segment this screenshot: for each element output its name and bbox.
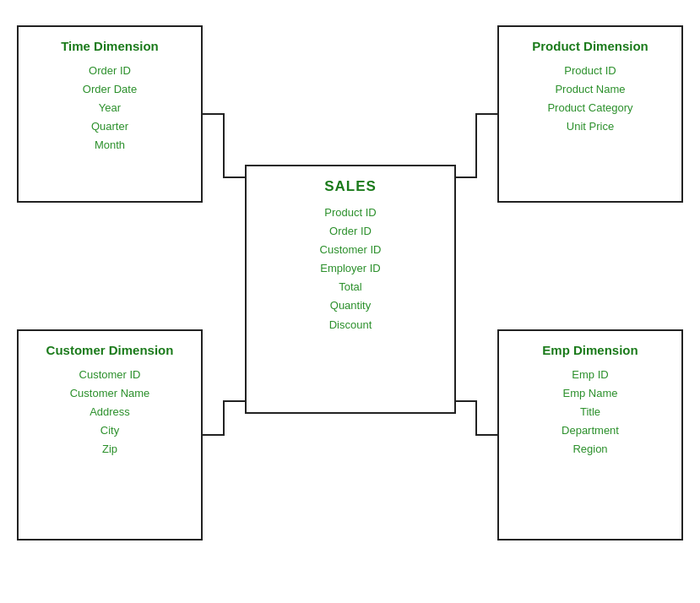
customer-dimension-fields: Customer ID Customer Name Address City Z… <box>19 366 201 470</box>
sales-fields: Product ID Order ID Customer ID Employer… <box>247 204 454 346</box>
diagram-container: Time Dimension Order ID Order Date Year … <box>0 0 700 603</box>
sales-field-quantity: Quantity <box>247 296 454 315</box>
emp-field-title: Title <box>499 403 681 421</box>
time-field-month: Month <box>19 136 201 155</box>
product-dimension-box: Product Dimension Product ID Product Nam… <box>497 25 683 203</box>
product-field-product-name: Product Name <box>499 80 681 99</box>
sales-box: SALES Product ID Order ID Customer ID Em… <box>245 165 456 414</box>
sales-field-total: Total <box>247 278 454 296</box>
emp-dimension-title: Emp Dimension <box>499 343 681 357</box>
customer-field-customer-name: Customer Name <box>19 384 201 403</box>
product-field-product-category: Product Category <box>499 99 681 117</box>
sales-field-employer-id: Employer ID <box>247 259 454 278</box>
sales-field-discount: Discount <box>247 316 454 334</box>
product-field-unit-price: Unit Price <box>499 117 681 136</box>
emp-to-sales-line <box>456 401 497 435</box>
time-to-sales-line <box>203 114 245 177</box>
time-field-year: Year <box>19 99 201 117</box>
sales-field-customer-id: Customer ID <box>247 241 454 259</box>
sales-title: SALES <box>247 178 454 195</box>
customer-dimension-box: Customer Dimension Customer ID Customer … <box>17 329 203 541</box>
emp-field-department: Department <box>499 421 681 440</box>
sales-field-product-id: Product ID <box>247 204 454 222</box>
emp-dimension-fields: Emp ID Emp Name Title Department Region <box>499 366 681 470</box>
customer-field-zip: Zip <box>19 440 201 459</box>
product-to-sales-line <box>456 114 497 177</box>
time-dimension-box: Time Dimension Order ID Order Date Year … <box>17 25 203 203</box>
time-field-quarter: Quarter <box>19 117 201 136</box>
customer-dimension-title: Customer Dimension <box>19 343 201 357</box>
time-field-order-date: Order Date <box>19 80 201 99</box>
time-field-order-id: Order ID <box>19 62 201 80</box>
product-dimension-fields: Product ID Product Name Product Category… <box>499 62 681 148</box>
emp-dimension-box: Emp Dimension Emp ID Emp Name Title Depa… <box>497 329 683 541</box>
emp-field-emp-name: Emp Name <box>499 384 681 403</box>
customer-to-sales-line <box>203 401 245 435</box>
emp-field-region: Region <box>499 440 681 459</box>
customer-field-address: Address <box>19 403 201 421</box>
time-dimension-fields: Order ID Order Date Year Quarter Month <box>19 62 201 166</box>
product-dimension-title: Product Dimension <box>499 39 681 53</box>
product-field-product-id: Product ID <box>499 62 681 80</box>
customer-field-customer-id: Customer ID <box>19 366 201 384</box>
sales-field-order-id: Order ID <box>247 222 454 241</box>
time-dimension-title: Time Dimension <box>19 39 201 53</box>
customer-field-city: City <box>19 421 201 440</box>
emp-field-emp-id: Emp ID <box>499 366 681 384</box>
